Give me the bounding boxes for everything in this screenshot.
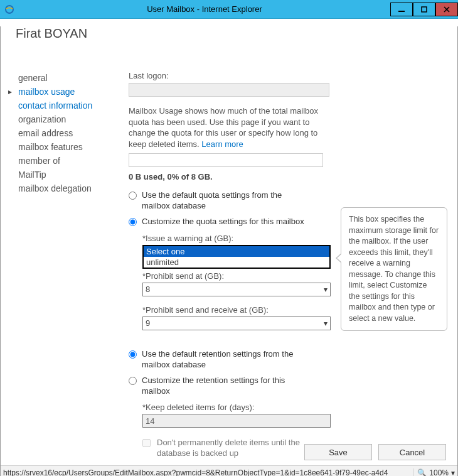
sidebar-item-contact-information[interactable]: contact information <box>16 99 129 112</box>
zoom-control[interactable]: 🔍 100% ▾ <box>413 468 455 477</box>
prohibit-send-value: 8 <box>146 284 150 294</box>
prohibit-send-select[interactable]: 8 ▾ <box>142 283 331 296</box>
zoom-value: 100% <box>429 468 449 477</box>
svg-rect-1 <box>398 11 405 12</box>
prohibit-sr-select[interactable]: 9 ▾ <box>142 316 331 330</box>
svg-point-0 <box>6 6 13 13</box>
last-logon-label: Last logon: <box>129 71 445 80</box>
chevron-down-icon: ▾ <box>324 285 328 294</box>
usage-bar <box>129 153 323 167</box>
quota-custom-label: Customize the quota settings for this ma… <box>142 217 311 227</box>
chevron-down-icon: ▾ <box>451 468 455 477</box>
usage-description: Mailbox Usage shows how much of the tota… <box>129 105 329 149</box>
magnifier-icon: 🔍 <box>417 468 427 477</box>
last-logon-value <box>129 83 329 97</box>
help-tooltip: This box specifies the maximum storage l… <box>341 207 447 331</box>
prohibit-sr-value: 9 <box>146 318 150 328</box>
no-perm-delete-label: Don't permanently delete items until the… <box>157 438 320 459</box>
retention-default-label: Use the default retention settings from … <box>142 349 311 371</box>
learn-more-link[interactable]: Learn more <box>201 139 243 149</box>
warning-dropdown-option-unlimited[interactable]: unlimited <box>144 257 329 268</box>
sidebar-item-mailbox-delegation[interactable]: mailbox delegation <box>16 181 129 195</box>
warning-dropdown-placeholder[interactable]: Select one <box>144 246 329 257</box>
sidebar-item-organization[interactable]: organization <box>16 112 129 126</box>
save-button[interactable]: Save <box>304 444 372 460</box>
cancel-button[interactable]: Cancel <box>378 444 446 460</box>
keep-deleted-select: 14 <box>142 414 331 428</box>
sidebar-item-general[interactable]: general <box>16 71 129 85</box>
status-bar: https://srvex16/ecp/UsersGroups/EditMail… <box>1 465 457 476</box>
ie-icon <box>0 4 19 14</box>
status-url: https://srvex16/ecp/UsersGroups/EditMail… <box>3 468 413 477</box>
close-button[interactable] <box>435 3 458 16</box>
minimize-button[interactable] <box>390 3 413 16</box>
window-title: User Mailbox - Internet Explorer <box>19 4 390 14</box>
sidebar: general mailbox usage contact informatio… <box>16 71 129 459</box>
sidebar-item-email-address[interactable]: email address <box>16 126 129 140</box>
sidebar-item-mailtip[interactable]: MailTip <box>16 168 129 181</box>
titlebar: User Mailbox - Internet Explorer <box>0 0 458 19</box>
retention-custom-radio[interactable] <box>129 377 137 385</box>
no-perm-delete-checkbox <box>142 439 151 447</box>
maximize-button[interactable] <box>413 3 435 16</box>
quota-custom-radio[interactable] <box>129 218 137 226</box>
chevron-down-icon: ▾ <box>324 319 328 328</box>
retention-custom-label: Customize the retention settings for thi… <box>142 376 311 397</box>
keep-deleted-value: 14 <box>146 416 154 426</box>
svg-rect-2 <box>422 7 427 12</box>
warning-dropdown[interactable]: Select one unlimited <box>142 245 331 269</box>
quota-default-radio[interactable] <box>129 192 137 200</box>
sidebar-item-mailbox-usage[interactable]: mailbox usage <box>16 85 129 99</box>
quota-default-label: Use the default quota settings from the … <box>142 190 311 212</box>
sidebar-item-mailbox-features[interactable]: mailbox features <box>16 140 129 154</box>
page-title: Firat BOYAN <box>16 26 457 41</box>
retention-default-radio[interactable] <box>129 350 137 359</box>
sidebar-item-member-of[interactable]: member of <box>16 154 129 168</box>
usage-summary: 0 B used, 0% of 8 GB. <box>129 172 445 181</box>
keep-deleted-label: *Keep deleted items for (days): <box>142 403 445 412</box>
